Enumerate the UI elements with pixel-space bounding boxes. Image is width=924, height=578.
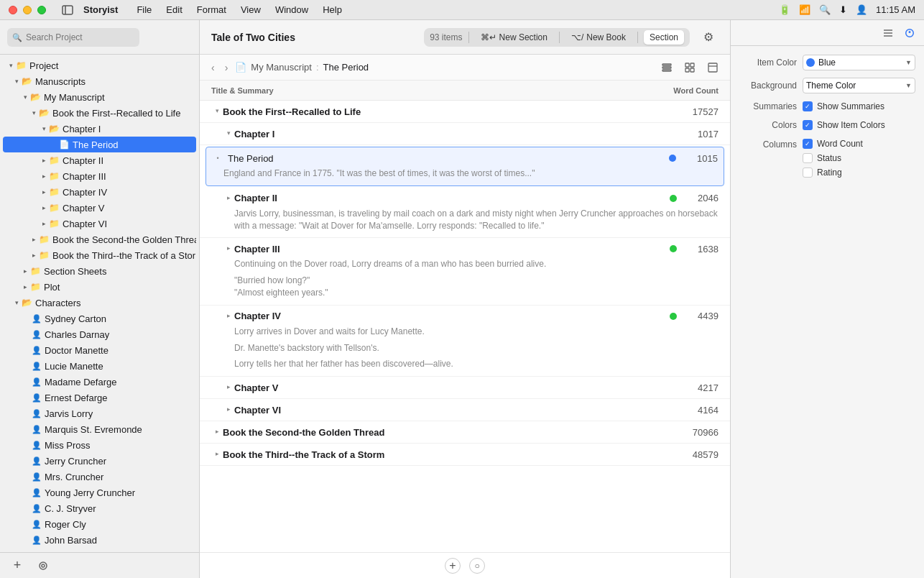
status-checkbox-row: Status xyxy=(803,152,863,164)
outline-row-the-period[interactable]: • The Period 1015 England and France in … xyxy=(205,147,724,186)
sidebar-item-lucie-manette[interactable]: 👤 Lucie Manette xyxy=(3,358,196,374)
outline-row-chapter2[interactable]: ▸ Chapter II 2046 Jarvis Lorry, business… xyxy=(200,188,730,239)
sidebar-item-manuscripts[interactable]: 📂 Manuscripts xyxy=(3,73,196,89)
rating-checkbox[interactable] xyxy=(803,168,813,178)
sidebar-item-chapter-6[interactable]: 📁 Chapter VI xyxy=(3,216,196,231)
row-count: 1015 xyxy=(682,153,718,164)
expand-icon xyxy=(11,76,22,86)
expand-icon xyxy=(6,60,16,70)
sidebar-item-young-jerry[interactable]: 👤 Young Jerry Cruncher xyxy=(3,485,196,500)
sidebar-item-plot[interactable]: 📁 Plot xyxy=(3,279,196,295)
menu-help[interactable]: Help xyxy=(315,3,349,17)
settings-button[interactable]: ⚙ xyxy=(698,27,719,47)
sidebar-item-mrs-cruncher[interactable]: 👤 Mrs. Cruncher xyxy=(3,469,196,485)
row-expand-icon[interactable]: ▸ xyxy=(223,191,234,205)
row-expand-icon[interactable]: ▸ xyxy=(223,241,234,255)
row-expand-icon[interactable]: ▾ xyxy=(211,104,223,118)
sidebar-item-label: Book the Second-the Golden Thread xyxy=(52,234,196,245)
menu-edit[interactable]: Edit xyxy=(159,3,189,17)
sidebar-item-jarvis-lorry[interactable]: 👤 Jarvis Lorry xyxy=(3,405,196,421)
char-icon: 👤 xyxy=(32,393,42,403)
sidebar-item-madame-defarge[interactable]: 👤 Madame Defarge xyxy=(3,374,196,390)
sidebar-item-chapter-1[interactable]: 📂 Chapter I xyxy=(3,121,196,137)
outline-row-book1[interactable]: ▾ Book the First--Recalled to Life 17527 xyxy=(200,101,730,123)
zoom-button[interactable] xyxy=(33,556,53,576)
section-button[interactable]: Section xyxy=(644,30,684,45)
new-book-button[interactable]: ⌥/ New Book xyxy=(565,30,632,45)
item-color-select[interactable]: Blue ▼ xyxy=(803,55,915,70)
add-item-button[interactable]: + xyxy=(7,556,27,576)
summaries-checkbox-label: Show Summaries xyxy=(817,101,884,111)
sidebar-item-chapter-3[interactable]: 📁 Chapter III xyxy=(3,168,196,184)
sidebar-item-the-period[interactable]: 📄 The Period xyxy=(3,137,196,152)
row-expand-icon[interactable]: ▸ xyxy=(223,402,234,416)
outline-row-chapter5[interactable]: ▸ Chapter V 4217 xyxy=(200,377,730,399)
outline-row-book2[interactable]: ▸ Book the Second-the Golden Thread 7096… xyxy=(200,421,730,444)
sidebar-item-miss-pross[interactable]: 👤 Miss Pross xyxy=(3,437,196,453)
sidebar-item-chapter-4[interactable]: 📁 Chapter IV xyxy=(3,184,196,200)
sidebar-item-doctor-manette[interactable]: 👤 Doctor Manette xyxy=(3,342,196,358)
columns-section: ✓ Word Count Status Rating xyxy=(803,138,863,178)
menu-view[interactable]: View xyxy=(234,3,268,17)
close-button[interactable] xyxy=(9,6,17,14)
sidebar-item-label: Doctor Manette xyxy=(45,345,108,356)
outline-row-chapter4[interactable]: ▸ Chapter IV 4439 Lorry arrives in Dover… xyxy=(200,306,730,377)
main-toolbar: Tale of Two Cities 93 items ⌘↵ New Secti… xyxy=(200,20,730,55)
outline-row-chapter6[interactable]: ▸ Chapter VI 4164 xyxy=(200,399,730,421)
menu-format[interactable]: Format xyxy=(190,3,234,17)
outline-row-book3[interactable]: ▸ Book the Third--the Track of a Storm 4… xyxy=(200,444,730,466)
zoom-out-button[interactable]: + xyxy=(445,558,461,574)
fullscreen-button[interactable] xyxy=(37,6,46,14)
summaries-checkbox[interactable]: ✓ xyxy=(803,101,813,111)
sidebar-item-roger-cly[interactable]: 👤 Roger Cly xyxy=(3,516,196,532)
sidebar-item-charles-darnay[interactable]: 👤 Charles Darnay xyxy=(3,326,196,342)
panel-icon[interactable] xyxy=(704,59,721,76)
background-select[interactable]: Theme Color ▼ xyxy=(803,78,915,93)
outline-row-chapter1[interactable]: ▾ Chapter I 1017 xyxy=(200,123,730,145)
sidebar-item-chapter-5[interactable]: 📁 Chapter V xyxy=(3,200,196,216)
row-expand-icon[interactable]: ▸ xyxy=(211,424,223,439)
back-button[interactable]: ‹ xyxy=(208,60,218,75)
row-expand-icon[interactable]: ▸ xyxy=(223,308,234,323)
sidebar-item-book-3[interactable]: 📁 Book the Third--the Track of a Storm xyxy=(3,247,196,263)
colors-row: Colors ✓ Show Item Colors xyxy=(739,119,915,131)
zoom-in-button[interactable]: ○ xyxy=(469,558,485,574)
sidebar-item-cj-stryver[interactable]: 👤 C. J. Stryver xyxy=(3,500,196,516)
outline-list-icon[interactable] xyxy=(658,59,675,76)
minimize-button[interactable] xyxy=(23,6,32,14)
sidebar-item-label: Chapter III xyxy=(63,171,106,182)
colors-checkbox[interactable]: ✓ xyxy=(803,120,813,130)
expand-icon xyxy=(39,124,49,134)
word-count-checkbox[interactable]: ✓ xyxy=(803,139,813,149)
sidebar-item-jerry-cruncher[interactable]: 👤 Jerry Cruncher xyxy=(3,453,196,469)
row-expand-icon[interactable]: ▾ xyxy=(223,126,234,140)
row-expand-icon[interactable]: ▸ xyxy=(223,380,234,394)
row-content: Chapter III 1638 Continuing on the Dover… xyxy=(234,241,719,301)
sidebar-item-project[interactable]: 📁 Project xyxy=(3,58,196,73)
search-input[interactable] xyxy=(7,28,139,47)
sidebar-item-marquis[interactable]: 👤 Marquis St. Evremonde xyxy=(3,421,196,437)
sidebar-item-john-barsad[interactable]: 👤 John Barsad xyxy=(3,532,196,548)
sidebar-item-section-sheets[interactable]: 📁 Section Sheets xyxy=(3,263,196,279)
list-view-icon[interactable] xyxy=(879,24,897,42)
menu-file[interactable]: File xyxy=(129,3,159,17)
sidebar-item-sydney-carton[interactable]: 👤 Sydney Carton xyxy=(3,311,196,326)
sidebar-item-ernest-defarge[interactable]: 👤 Ernest Defarge xyxy=(3,390,196,405)
status-checkbox[interactable] xyxy=(803,153,813,163)
sidebar-item-book-2[interactable]: 📁 Book the Second-the Golden Thread xyxy=(3,231,196,247)
sidebar-item-my-manuscript[interactable]: 📂 My Manuscript xyxy=(3,89,196,105)
row-expand-icon[interactable]: ▸ xyxy=(211,446,223,461)
sidebar-item-label: Lucie Manette xyxy=(45,361,103,372)
sidebar-item-chapter-2[interactable]: 📁 Chapter II xyxy=(3,152,196,168)
grid-view-icon[interactable] xyxy=(681,59,698,76)
outline-row-chapter3[interactable]: ▸ Chapter III 1638 Continuing on the Dov… xyxy=(200,238,730,305)
colors-checkbox-row: ✓ Show Item Colors xyxy=(803,119,885,131)
item-color-row: Item Color Blue ▼ xyxy=(739,55,915,70)
menu-window[interactable]: Window xyxy=(268,3,315,17)
sidebar-item-characters[interactable]: 📂 Characters xyxy=(3,295,196,311)
forward-button[interactable]: › xyxy=(222,60,231,75)
settings-panel-icon[interactable] xyxy=(901,24,918,42)
new-section-button[interactable]: ⌘↵ New Section xyxy=(475,30,553,45)
sidebar-toggle-icon[interactable] xyxy=(57,0,78,20)
sidebar-item-book-1[interactable]: 📂 Book the First--Recalled to Life xyxy=(3,105,196,121)
